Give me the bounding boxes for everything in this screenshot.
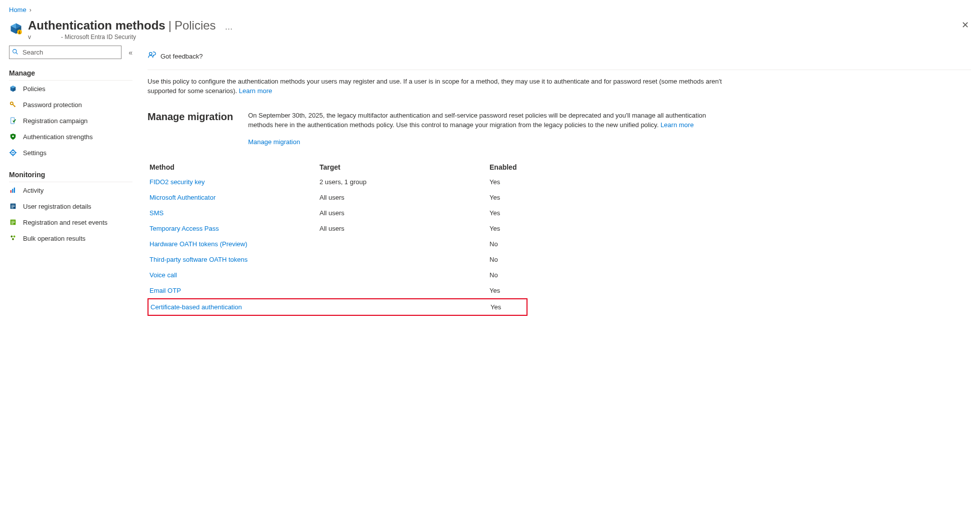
migration-section: Manage migration On September 30th, 2025… — [148, 111, 728, 148]
page-meta-prefix: v — [28, 34, 31, 41]
auth-methods-icon — [9, 22, 23, 36]
intro-text: Use this policy to configure the authent… — [148, 70, 728, 96]
col-header-enabled: Enabled — [490, 163, 530, 171]
method-link[interactable]: Certificate-based authentication — [150, 303, 242, 311]
svg-rect-28 — [12, 206, 15, 207]
breadcrumb: Home › — [0, 0, 980, 16]
page-title: Authentication methods — [28, 19, 166, 33]
sidebar-item-user-registration-details[interactable]: User registration details — [9, 198, 132, 214]
shield-icon — [9, 133, 17, 141]
target-cell: 2 users, 1 group — [320, 178, 490, 186]
enabled-cell: Yes — [490, 209, 530, 217]
collapse-sidebar-button[interactable]: « — [128, 49, 132, 57]
search-icon — [12, 49, 18, 57]
enabled-cell: No — [490, 256, 530, 263]
sidebar-item-label: Authentication strengths — [23, 133, 92, 141]
sidebar-item-registration-campaign[interactable]: Registration campaign — [9, 113, 132, 129]
page-header: Authentication methods | Policies … v - … — [0, 16, 980, 46]
table-header-row: Method Target Enabled — [148, 160, 528, 174]
method-link[interactable]: Microsoft Authenticator — [150, 194, 216, 201]
method-link[interactable]: SMS — [150, 209, 164, 217]
migration-learn-more-link[interactable]: Learn more — [660, 121, 694, 129]
sidebar-item-auth-strengths[interactable]: Authentication strengths — [9, 129, 132, 145]
title-separator: | — [168, 19, 172, 33]
table-row: Microsoft AuthenticatorAll usersYes — [148, 190, 528, 205]
sidebar-item-password-protection[interactable]: Password protection — [9, 97, 132, 113]
breadcrumb-home[interactable]: Home — [9, 6, 26, 14]
sidebar-item-label: User registration details — [23, 203, 92, 210]
table-row: FIDO2 security key2 users, 1 groupYes — [148, 174, 528, 190]
enabled-cell: Yes — [490, 178, 530, 186]
enabled-cell: Yes — [490, 303, 530, 311]
intro-learn-more-link[interactable]: Learn more — [239, 87, 272, 95]
table-row: Third-party software OATH tokensNo — [148, 252, 528, 267]
page-meta-suffix: - Microsoft Entra ID Security — [61, 34, 136, 41]
sidebar-item-settings[interactable]: Settings — [9, 145, 132, 161]
close-button[interactable]: ✕ — [962, 20, 969, 31]
enabled-cell: Yes — [490, 225, 530, 232]
key-icon — [9, 101, 17, 109]
svg-rect-15 — [11, 118, 14, 124]
feedback-button[interactable]: Got feedback? — [148, 49, 203, 64]
enabled-cell: No — [490, 271, 530, 279]
sidebar: « Manage Policies Password protection Re… — [0, 46, 142, 255]
table-row: SMSAll usersYes — [148, 205, 528, 221]
table-row: Email OTPYes — [148, 283, 528, 298]
method-link[interactable]: Third-party software OATH tokens — [150, 256, 248, 263]
method-link[interactable]: Hardware OATH tokens (Preview) — [150, 240, 248, 248]
sidebar-item-label: Registration campaign — [23, 117, 88, 125]
chevron-right-icon: › — [30, 7, 32, 14]
method-link[interactable]: Temporary Access Pass — [150, 225, 219, 232]
registration-icon — [9, 117, 17, 125]
svg-rect-33 — [12, 224, 14, 224]
svg-point-7 — [13, 49, 16, 53]
target-cell: All users — [320, 225, 490, 232]
main-content: Got feedback? Use this policy to configu… — [142, 46, 980, 331]
details-icon — [9, 202, 17, 210]
intro-body: Use this policy to configure the authent… — [148, 78, 722, 95]
toolbar: Got feedback? — [148, 46, 971, 70]
svg-point-35 — [14, 236, 16, 238]
svg-point-16 — [12, 135, 14, 137]
sidebar-item-label: Settings — [23, 149, 46, 157]
svg-line-8 — [16, 53, 18, 54]
target-cell: All users — [320, 194, 490, 201]
table-row: Hardware OATH tokens (Preview)No — [148, 236, 528, 252]
activity-icon — [9, 186, 17, 194]
method-link[interactable]: FIDO2 security key — [150, 178, 205, 186]
svg-rect-25 — [14, 188, 15, 193]
enabled-cell: No — [490, 240, 530, 248]
page-subtitle: Policies — [174, 19, 216, 33]
svg-rect-5 — [19, 31, 20, 33]
method-link[interactable]: Email OTP — [150, 287, 181, 294]
search-input[interactable] — [9, 46, 122, 59]
svg-point-36 — [12, 238, 14, 240]
enabled-cell: Yes — [490, 194, 530, 201]
table-row: Voice callNo — [148, 267, 528, 283]
sidebar-item-activity[interactable]: Activity — [9, 182, 132, 198]
methods-table: Method Target Enabled FIDO2 security key… — [148, 160, 528, 316]
migration-title: Manage migration — [148, 111, 233, 148]
svg-rect-32 — [12, 222, 15, 223]
more-button[interactable]: … — [225, 23, 233, 32]
migration-body-text: On September 30th, 2025, the legacy mult… — [248, 112, 706, 129]
policies-icon — [9, 85, 17, 93]
method-link[interactable]: Voice call — [150, 271, 177, 279]
sidebar-item-label: Registration and reset events — [23, 219, 108, 226]
feedback-icon — [148, 51, 156, 62]
sidebar-item-registration-reset-events[interactable]: Registration and reset events — [9, 214, 132, 230]
bulk-icon — [9, 234, 17, 242]
gear-icon — [9, 149, 17, 157]
table-row: Certificate-based authenticationYes — [148, 298, 528, 316]
feedback-label: Got feedback? — [160, 53, 203, 60]
svg-rect-29 — [12, 208, 14, 208]
sidebar-item-policies[interactable]: Policies — [9, 81, 132, 97]
svg-rect-31 — [12, 221, 15, 221]
events-icon — [9, 218, 17, 226]
manage-migration-link[interactable]: Manage migration — [248, 138, 300, 147]
page-meta: v - Microsoft Entra ID Security — [28, 34, 971, 41]
svg-line-14 — [14, 106, 16, 107]
sidebar-item-bulk-operation-results[interactable]: Bulk operation results — [9, 230, 132, 246]
enabled-cell: Yes — [490, 287, 530, 294]
sidebar-section-monitoring: Monitoring — [9, 171, 132, 182]
